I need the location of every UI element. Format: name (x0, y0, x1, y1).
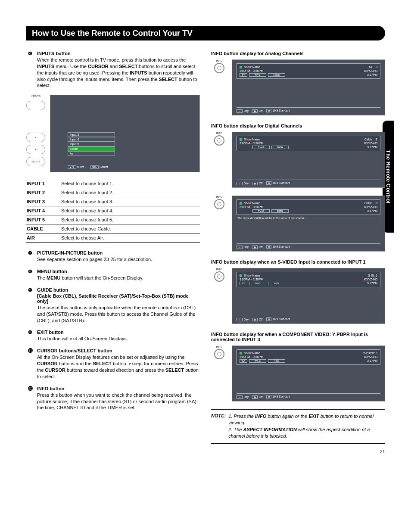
note-tag: NOTE: (211, 413, 226, 440)
show-dot-icon (240, 202, 242, 205)
aspect-key-icon: ⧉ (266, 109, 271, 112)
info-screen-digital-1: INFO Show Name Cable 8 3:00PM→3:30PM KXY… (211, 132, 385, 188)
table-row: INPUT 2Select to choose Input 2. (26, 188, 200, 197)
show-name: Show Name (244, 202, 260, 205)
heading-pip-button: PICTURE-IN-PICTURE button (37, 250, 200, 255)
audio-pill: ST (240, 73, 247, 77)
table-row: INPUT 4Select to choose Input 4. (26, 206, 200, 215)
show-description: The show description will be in this are… (237, 215, 380, 220)
resolution-pill: 1080i (271, 146, 289, 149)
page-number: 21 (26, 449, 385, 454)
bullet-11: ⓫ (26, 348, 34, 380)
text-info-button: Press this button when you want to check… (37, 392, 200, 411)
show-time: 3:00PM→3:30PM (240, 142, 263, 145)
hint-sel-key: SEL (90, 165, 99, 169)
left-column: ❻ INPUTS button When the remote control … (26, 51, 200, 417)
info-remote-label: INFO (211, 268, 227, 271)
note-block: NOTE: 1. Press the INFO button again or … (211, 409, 385, 444)
item-exit-button: ❿ EXIT button This button will exit all … (26, 330, 200, 342)
heading-info-button: INFO button (37, 386, 200, 391)
remote-info-button[interactable] (214, 271, 224, 282)
info-icon (217, 202, 221, 206)
channel-number: 8 (376, 138, 377, 141)
channel-number: 8 (376, 202, 377, 205)
text-menu-button: The MENU button will start the On-Screen… (37, 275, 200, 281)
show-name: Show Name (244, 352, 260, 355)
remote-down-button[interactable]: ▼ (26, 145, 45, 154)
source-label: S-IN: 1 (368, 274, 377, 277)
remote-up-button[interactable]: ▲ (26, 133, 45, 142)
remote-info-button[interactable] (214, 199, 224, 209)
item-menu-button: ❽ MENU button The MENU button will start… (26, 269, 200, 281)
info-screen-analog: INFO Show Name Air 8 3:00PM→3:30PM KXYZ-… (211, 59, 385, 115)
inputs-screen-illustration: INPUTS ▲ ▼ SELECT Input 3 Input 4 Input … (26, 95, 200, 172)
rating-pill: TV-G (252, 146, 270, 149)
channel-id: KXYZ-HD (364, 278, 377, 281)
input-list-item: Input 5 (68, 142, 115, 146)
heading-inputs-button: INPUTS button (37, 51, 200, 56)
remote-info-button[interactable] (214, 63, 224, 73)
hint-sel: Select (100, 165, 108, 168)
info-icon (217, 138, 221, 143)
bullet-9: ❾ (26, 287, 34, 324)
heading-info-analog: INFO button display for Analog Channels (211, 51, 385, 56)
channel-id: KXYZ-HD (364, 205, 377, 208)
aspect-key-icon: ⧉ (266, 317, 271, 321)
heading-info-ypbpr: INFO button display for when a COMPONENT… (211, 332, 385, 342)
show-time: 3:00PM→3:30PM (240, 69, 263, 72)
off-key-icon: ◉ (252, 395, 258, 399)
info-remote-label: INFO (211, 196, 227, 198)
off-key-icon: ◉ (252, 318, 258, 321)
remote-inputs-label: INPUTS (31, 95, 40, 97)
text-inputs-button: When the remote control is in TV mode, p… (37, 57, 200, 89)
aspect-key-icon: ⧉ (266, 395, 271, 398)
resolution-pill: 1080i (271, 209, 289, 213)
input-list-item-selected: Cable (68, 146, 115, 151)
rating-pill: TV-G (249, 359, 266, 363)
channel-id: KXYZ-HD (364, 69, 377, 72)
day-key-icon: ☼ (237, 109, 243, 113)
bullet-12: ⓬ (26, 386, 34, 411)
item-inputs-button: ❻ INPUTS button When the remote control … (26, 51, 200, 89)
heading-menu-button: MENU button (37, 269, 200, 274)
text-cursor-buttons: All the On-Screen Display features can b… (37, 354, 200, 380)
source-label: Cable (364, 202, 372, 205)
resolution-pill: 480i (268, 359, 285, 363)
off-key-icon: ◉ (252, 182, 258, 185)
audio-pill: SA (240, 359, 247, 363)
info-screen-svideo: INFO Show Name S-IN: 1 3:00PM→3:30PM KXY… (211, 268, 385, 324)
remote-select-button[interactable]: SELECT (26, 157, 45, 166)
item-cursor-buttons: ⓫ CURSOR buttons/SELECT button All the O… (26, 348, 200, 380)
show-name: Show Name (244, 65, 260, 68)
inputs-tv-box: Input 3 Input 4 Input 5 Cable Air ▲▼ Mov… (50, 95, 200, 172)
show-name: Show Name (244, 138, 260, 141)
table-row: INPUT 3Select to choose Input 3. (26, 197, 200, 206)
bullet-8: ❽ (26, 269, 34, 281)
heading-info-digital: INFO button display for Digital Channels (211, 123, 385, 128)
show-time: 3:00PM→3:30PM (240, 278, 263, 281)
clock: 3:17PM (367, 282, 377, 285)
remote-info-button[interactable] (214, 135, 224, 146)
info-remote-label: INFO (211, 345, 227, 348)
show-time: 3:00PM→3:30PM (240, 355, 263, 358)
source-label: Cable (364, 138, 372, 141)
day-key-icon: ☼ (237, 318, 243, 321)
note-item-2: 2. The ASPECT INFORMATION will show the … (228, 426, 385, 440)
rating-pill: TV-G (252, 209, 270, 213)
table-row: INPUT 1Select to choose Input 1. (26, 179, 200, 188)
channel-id: KXYZ-HD (364, 142, 377, 145)
day-key-icon: ☼ (237, 182, 243, 185)
table-row: INPUT 5Select to choose Input 5. (26, 215, 200, 224)
show-dot-icon (240, 138, 242, 141)
remote-inputs-button[interactable] (26, 101, 45, 110)
resolution-pill: 1080i (268, 73, 285, 77)
channel-number: 8 (376, 65, 377, 68)
hint-move-key: ▲▼ (68, 165, 76, 169)
off-key-icon: ◉ (252, 109, 258, 113)
remote-info-button[interactable] (214, 349, 224, 359)
channel-id: KXYZ-HD (364, 355, 377, 358)
clock: 3:17PM (367, 146, 377, 149)
item-pip-button: ❼ PICTURE-IN-PICTURE button See separate… (26, 250, 200, 263)
hint-move: Move (77, 165, 84, 168)
item-guide-button: ❾ GUIDE button [Cable Box (CBL), Satelli… (26, 287, 200, 324)
